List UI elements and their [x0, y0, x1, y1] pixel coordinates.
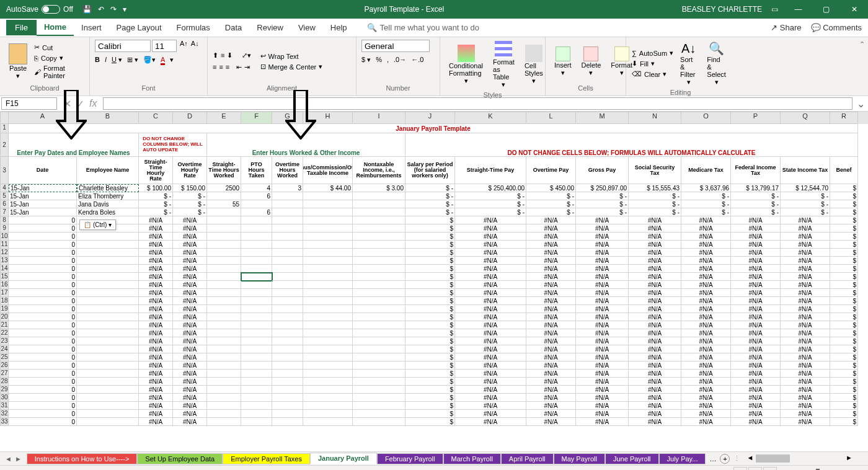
cell[interactable] — [77, 289, 139, 297]
column-label[interactable]: Straight-Time Hours Worked — [207, 157, 241, 184]
increase-font-icon[interactable]: A↑ — [180, 40, 188, 52]
row-header[interactable]: 20 — [0, 313, 9, 321]
cell[interactable]: #N/A — [173, 345, 207, 353]
row-header[interactable]: 19 — [0, 305, 9, 313]
col-header-L[interactable]: L — [526, 112, 576, 124]
cell[interactable]: #N/A — [681, 410, 731, 418]
row-header[interactable]: 6 — [0, 200, 9, 208]
save-icon[interactable]: 💾 — [82, 5, 92, 14]
cell[interactable] — [272, 402, 303, 410]
sheet-tab-setup[interactable]: Set Up Employee Data — [137, 453, 223, 464]
align-right-icon[interactable]: ≡ — [226, 63, 229, 71]
cell[interactable] — [353, 321, 405, 329]
cell[interactable]: #N/A — [731, 386, 781, 394]
cell[interactable]: $ - — [681, 200, 731, 208]
cell[interactable] — [303, 410, 353, 418]
row-header[interactable]: 17 — [0, 289, 9, 297]
cell[interactable] — [303, 394, 353, 402]
cell[interactable]: #N/A — [526, 297, 576, 305]
column-label[interactable]: Overtime Hourly Rate — [173, 157, 207, 184]
cell[interactable]: $ — [405, 305, 455, 313]
cell[interactable] — [77, 313, 139, 321]
cell[interactable] — [272, 200, 303, 208]
cell[interactable]: #N/A — [455, 337, 526, 345]
col-header-I[interactable]: I — [353, 112, 405, 124]
cell[interactable] — [272, 410, 303, 418]
cell[interactable]: #N/A — [781, 378, 830, 386]
row-header[interactable]: 14 — [0, 265, 9, 273]
cell[interactable]: #N/A — [173, 273, 207, 281]
find-select-button[interactable]: 🔍Find & Select▾ — [703, 40, 730, 87]
cell[interactable] — [241, 394, 272, 402]
column-label[interactable]: Overtime Pay — [526, 157, 576, 184]
cell[interactable]: $ — [830, 313, 858, 321]
cell[interactable]: 0 — [9, 361, 77, 370]
section-header-nochange[interactable]: DO NOT CHANGECOLUMNS BELOW; WILLAUTO UPD… — [139, 133, 207, 157]
col-header-D[interactable]: D — [173, 112, 207, 124]
cell[interactable]: #N/A — [781, 386, 830, 394]
cell[interactable]: $ 44.00 — [303, 184, 353, 192]
cell[interactable]: 6 — [241, 208, 272, 216]
cell[interactable]: #N/A — [173, 281, 207, 289]
fill-button[interactable]: ⬇ Fill ▾ — [631, 59, 674, 68]
cell[interactable] — [241, 378, 272, 386]
cell[interactable]: #N/A — [731, 249, 781, 257]
cell[interactable]: #N/A — [173, 313, 207, 321]
col-header-B[interactable]: B — [77, 112, 139, 124]
cell[interactable]: 0 — [9, 402, 77, 410]
cell[interactable]: #N/A — [731, 394, 781, 402]
cell[interactable]: $ — [830, 345, 858, 353]
cell[interactable]: #N/A — [526, 216, 576, 224]
tab-home[interactable]: Home — [37, 19, 74, 36]
cell[interactable] — [207, 249, 241, 257]
cell[interactable]: 0 — [9, 257, 77, 265]
cell[interactable]: #N/A — [455, 353, 526, 361]
cell[interactable] — [303, 337, 353, 345]
cell[interactable]: #N/A — [139, 249, 173, 257]
cell[interactable]: #N/A — [781, 410, 830, 418]
cell[interactable] — [207, 216, 241, 224]
cell[interactable]: $ — [830, 410, 858, 418]
row-header[interactable]: 31 — [0, 402, 9, 410]
sheet-tab-june[interactable]: June Payroll — [605, 453, 659, 464]
sheet-title-cell[interactable]: January Payroll Template — [9, 124, 858, 133]
cell[interactable]: #N/A — [455, 361, 526, 370]
comma-format-button[interactable]: , — [387, 56, 389, 64]
cell[interactable]: #N/A — [629, 378, 681, 386]
cell[interactable]: #N/A — [576, 289, 629, 297]
cell[interactable]: #N/A — [526, 394, 576, 402]
cell[interactable] — [241, 233, 272, 241]
row-header[interactable]: 29 — [0, 386, 9, 394]
cell[interactable] — [303, 418, 353, 426]
cell[interactable]: Kendra Boles — [77, 208, 139, 216]
row-header[interactable]: 24 — [0, 345, 9, 353]
autosave-toggle[interactable]: AutoSave Off — [6, 5, 73, 14]
orientation-icon[interactable]: ⤢▾ — [242, 51, 251, 60]
cell[interactable]: #N/A — [173, 370, 207, 378]
cell[interactable]: #N/A — [526, 233, 576, 241]
cell[interactable] — [77, 353, 139, 361]
cell[interactable] — [353, 378, 405, 386]
cell[interactable] — [303, 241, 353, 249]
cell[interactable]: #N/A — [576, 249, 629, 257]
cell[interactable]: #N/A — [139, 418, 173, 426]
cell[interactable]: #N/A — [139, 281, 173, 289]
cell[interactable]: #N/A — [781, 329, 830, 337]
cell[interactable]: #N/A — [576, 370, 629, 378]
cell[interactable]: #N/A — [576, 386, 629, 394]
cell[interactable]: #N/A — [731, 281, 781, 289]
column-label[interactable]: Gross Pay — [576, 157, 629, 184]
cell[interactable] — [353, 216, 405, 224]
cell[interactable] — [303, 233, 353, 241]
number-format-dropdown[interactable] — [361, 40, 430, 52]
cell[interactable]: $ - — [731, 200, 781, 208]
cell[interactable]: #N/A — [681, 281, 731, 289]
cell[interactable]: #N/A — [681, 273, 731, 281]
cell[interactable]: $ — [405, 265, 455, 273]
cell[interactable]: $ — [405, 233, 455, 241]
cell[interactable]: #N/A — [781, 289, 830, 297]
cell[interactable]: #N/A — [173, 337, 207, 345]
cell[interactable] — [241, 418, 272, 426]
format-as-table-button[interactable]: Format as Table▾ — [489, 40, 518, 90]
row-header[interactable]: 21 — [0, 321, 9, 329]
